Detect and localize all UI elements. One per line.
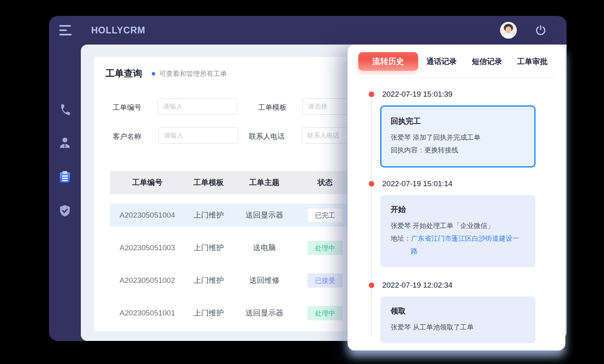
shield-check-icon	[58, 204, 72, 218]
timeline-time: 2022-07-19 15:01:39	[382, 90, 452, 99]
page-header: 工单查询 可查看和管理所有工单	[106, 67, 227, 80]
tabs-divider	[358, 78, 555, 78]
page-title: 工单查询	[106, 67, 142, 80]
timeline-card: 领取张爱琴 从工单池领取了工单	[380, 296, 536, 343]
tab-通话记录[interactable]: 通话记录	[426, 56, 457, 67]
sidebar	[49, 45, 81, 341]
timeline-entry-head: 2022-07-19 15:01:14	[348, 178, 565, 190]
cell-subject: 送回维修	[233, 275, 296, 286]
cell-subject: 送回显示器	[233, 308, 296, 318]
detail-panel: 流转历史通话记录短信记录工单审批 2022-07-19 15:01:39回执完工…	[348, 45, 565, 350]
cell-order-id: A202305051001	[110, 309, 185, 317]
sidebar-item-calls[interactable]	[57, 103, 72, 118]
status-badge: 处理中	[307, 306, 343, 320]
status-badge: 已完工	[307, 208, 343, 222]
topbar: HOLLYCRM	[49, 16, 567, 45]
table-header-cell: 工单主题	[233, 177, 296, 188]
tab-active-流转历史[interactable]: 流转历史	[358, 52, 418, 71]
timeline-card-line: 张爱琴 添加了回执并完成工单	[391, 131, 525, 144]
cell-template: 上门维护	[185, 210, 233, 220]
table-header-cell: 工单模板	[185, 177, 233, 188]
timeline-card-line: 张爱琴 开始处理工单「企业微信」	[391, 220, 525, 232]
cell-template: 上门维护	[185, 308, 233, 318]
cell-order-id: A202305051002	[110, 276, 185, 285]
sidebar-item-contacts[interactable]	[57, 135, 72, 150]
timeline-card-title: 回执完工	[391, 116, 525, 127]
subtitle-dot-icon	[152, 72, 155, 76]
hamburger-menu-icon[interactable]	[59, 25, 73, 35]
table-header-cell: 状态	[296, 177, 354, 188]
page-subtitle: 可查看和管理所有工单	[159, 68, 227, 78]
cell-order-id: A202305051004	[110, 211, 185, 220]
timeline-dot-icon	[369, 91, 374, 97]
status-badge: 已接受	[307, 273, 343, 288]
timeline-card-line: 地址：广东省江门市蓬江区白沙街道建设一路	[391, 232, 525, 258]
filter-label: 客户名称	[113, 132, 141, 141]
user-avatar[interactable]	[500, 22, 517, 39]
timeline-card-title: 开始	[391, 204, 525, 215]
timeline: 2022-07-19 15:01:39回执完工张爱琴 添加了回执并完成工单回执内…	[348, 88, 565, 343]
timeline-line-prefix: 地址：	[391, 232, 411, 258]
filter-input[interactable]	[158, 127, 238, 144]
timeline-card-line: 回执内容：更换转接线	[391, 144, 525, 157]
cell-subject: 送回显示器	[233, 210, 296, 220]
cell-template: 上门维护	[185, 275, 233, 286]
cell-status: 处理中	[296, 306, 354, 320]
sidebar-item-work-orders[interactable]	[57, 169, 72, 185]
panel-tabs: 流转历史通话记录短信记录工单审批	[348, 45, 565, 71]
timeline-entry-head: 2022-07-19 15:01:39	[348, 88, 565, 100]
timeline-card-title: 领取	[391, 306, 525, 316]
timeline-time: 2022-07-19 15:01:14	[382, 179, 452, 188]
cell-status: 已完工	[296, 208, 354, 222]
filter-label: 联系人电话	[249, 132, 285, 141]
cell-status: 已接受	[296, 273, 354, 288]
filter-label: 工单编号	[113, 103, 141, 112]
phone-icon	[58, 103, 72, 117]
cell-status: 处理中	[296, 241, 354, 255]
cell-template: 上门维护	[185, 243, 233, 253]
timeline-time: 2022-07-19 12:02:34	[382, 281, 452, 290]
power-icon[interactable]	[535, 24, 547, 36]
avatar-image	[500, 22, 517, 39]
tab-工单审批[interactable]: 工单审批	[517, 56, 547, 67]
clipboard-icon	[58, 170, 72, 184]
user-icon	[58, 136, 72, 150]
address-link[interactable]: 广东省江门市蓬江区白沙街道建设一路	[411, 232, 525, 258]
timeline-card: 开始张爱琴 开始处理工单「企业微信」地址：广东省江门市蓬江区白沙街道建设一路	[380, 195, 536, 267]
filter-input[interactable]	[158, 98, 237, 115]
timeline-line	[371, 95, 372, 337]
tab-短信记录[interactable]: 短信记录	[472, 56, 502, 67]
timeline-entry-head: 2022-07-19 12:02:34	[348, 279, 565, 291]
cell-order-id: A202305051003	[110, 243, 185, 252]
cell-subject: 送电脑	[233, 243, 296, 253]
timeline-card: 回执完工张爱琴 添加了回执并完成工单回执内容：更换转接线	[380, 105, 536, 167]
status-badge: 处理中	[307, 241, 343, 255]
brand-logo: HOLLYCRM	[91, 25, 145, 36]
timeline-dot-icon	[369, 181, 374, 187]
table-header-cell: 工单编号	[110, 177, 185, 188]
sidebar-item-security[interactable]	[57, 203, 72, 218]
timeline-dot-icon	[369, 282, 374, 288]
timeline-card-line: 张爱琴 从工单池领取了工单	[391, 321, 525, 334]
filter-label: 工单模板	[258, 103, 287, 112]
